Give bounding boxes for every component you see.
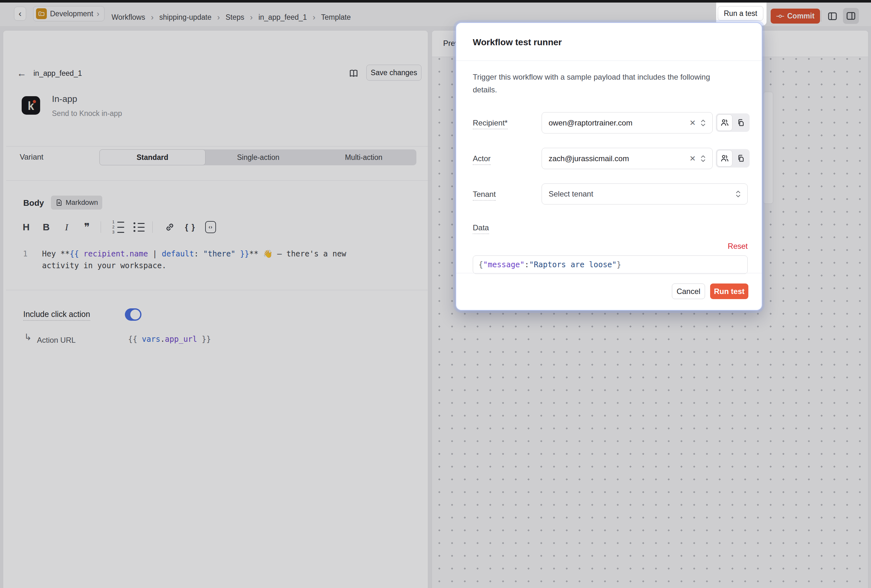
recipient-label: Recipient* bbox=[473, 118, 507, 129]
run-a-test-button[interactable]: Run a test bbox=[718, 6, 763, 21]
recipient-input[interactable]: owen@raptortrainer.com ✕ bbox=[542, 112, 713, 133]
modal-footer: Cancel Run test bbox=[456, 273, 762, 310]
recipient-mode-group bbox=[716, 114, 750, 132]
actor-input[interactable]: zach@jurassicmail.com ✕ bbox=[542, 148, 713, 169]
recipient-copy-mode-button[interactable] bbox=[733, 114, 749, 131]
tenant-placeholder: Select tenant bbox=[542, 190, 734, 199]
actor-user-mode-button[interactable] bbox=[717, 150, 732, 167]
clear-recipient-icon[interactable]: ✕ bbox=[686, 118, 699, 127]
modal-description: Trigger this workflow with a sample payl… bbox=[473, 71, 721, 96]
actor-copy-mode-button[interactable] bbox=[733, 150, 749, 167]
workflow-test-runner-modal: Workflow test runner Trigger this workfl… bbox=[456, 22, 762, 311]
copy-icon bbox=[736, 118, 745, 127]
data-label: Data bbox=[473, 223, 489, 234]
cancel-label: Cancel bbox=[676, 287, 700, 296]
actor-mode-group bbox=[716, 149, 750, 168]
modal-title: Workflow test runner bbox=[473, 37, 562, 48]
tenant-select-chevrons-icon bbox=[734, 189, 747, 199]
recipient-value: owen@raptortrainer.com bbox=[542, 118, 686, 127]
users-icon bbox=[720, 154, 729, 163]
tenant-select[interactable]: Select tenant bbox=[542, 184, 748, 205]
actor-value: zach@jurassicmail.com bbox=[542, 154, 686, 163]
clear-actor-icon[interactable]: ✕ bbox=[686, 154, 699, 163]
run-test-button[interactable]: Run test bbox=[710, 283, 748, 299]
actor-label: Actor bbox=[473, 154, 491, 165]
modal-header: Workflow test runner bbox=[456, 23, 762, 61]
tenant-label: Tenant bbox=[473, 190, 496, 200]
run-test-label: Run test bbox=[714, 287, 745, 296]
actor-select-chevrons-icon[interactable] bbox=[699, 154, 712, 163]
cancel-button[interactable]: Cancel bbox=[672, 283, 705, 299]
recipient-select-chevrons-icon[interactable] bbox=[699, 118, 712, 128]
users-icon bbox=[720, 118, 729, 127]
run-a-test-label: Run a test bbox=[724, 9, 757, 18]
data-json-input[interactable]: {"message": "Raptors are loose"} bbox=[473, 256, 748, 274]
copy-icon bbox=[736, 154, 745, 163]
recipient-user-mode-button[interactable] bbox=[717, 114, 732, 131]
data-reset-link[interactable]: Reset bbox=[706, 242, 748, 251]
